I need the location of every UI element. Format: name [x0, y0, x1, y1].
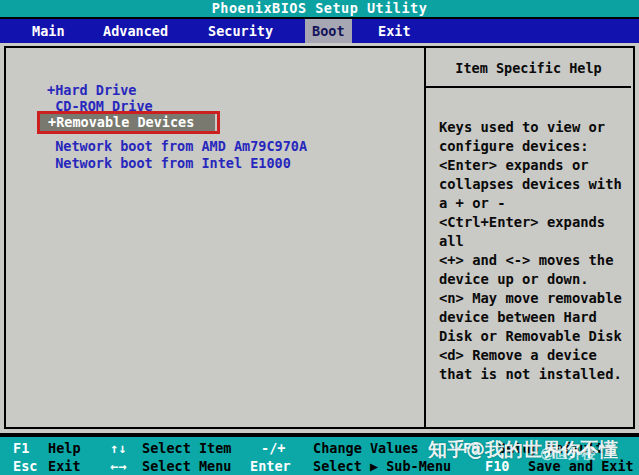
menu-bar: Main Advanced Security Boot Exit [0, 19, 639, 43]
help-line: <d> Remove a device [439, 346, 631, 365]
help-line: <Enter> expands or [439, 156, 631, 175]
bios-setup-screen: PhoenixBIOS Setup Utility Main Advanced … [0, 0, 639, 475]
key-leftright-icon: ←→ [110, 458, 126, 474]
help-panel-title: Item Specific Help [426, 48, 631, 88]
help-line: <n> May move removable [439, 289, 631, 308]
help-line: that is not installed. [439, 365, 631, 384]
key-f10-label: Save and Exit [528, 458, 634, 474]
page-title: PhoenixBIOS Setup Utility [212, 0, 428, 16]
key-f9: F9 [463, 440, 479, 456]
help-line: all [439, 232, 631, 251]
tab-advanced[interactable]: Advanced [103, 19, 168, 43]
key-leftright-label: Select Menu [142, 458, 231, 474]
help-line: <+> and <-> moves the [439, 251, 631, 270]
key-minusplus-label: Change Values [313, 440, 419, 456]
title-bar: PhoenixBIOS Setup Utility [0, 0, 639, 17]
key-f1: F1 [13, 440, 29, 456]
key-enter: Enter [250, 458, 291, 474]
key-updown-label: Select Item [142, 440, 231, 456]
tab-exit[interactable]: Exit [378, 19, 411, 43]
key-minusplus: -/+ [261, 440, 285, 456]
boot-item-removable-devices[interactable]: +Removable Devices [40, 114, 215, 131]
tab-main[interactable]: Main [32, 19, 65, 43]
help-panel-body: Keys used to view or configure devices: … [426, 88, 631, 384]
help-line: device between Hard [439, 308, 631, 327]
key-legend-bar: F1 Help ↑↓ Select Item -/+ Change Values… [0, 437, 639, 475]
key-f10: F10 [485, 458, 509, 474]
help-line: configure devices: [439, 137, 631, 156]
boot-item-hard-drive[interactable]: +Hard Drive [47, 82, 136, 98]
key-esc: Esc [13, 458, 37, 474]
help-line: device up or down. [439, 270, 631, 289]
help-line: a + or - [439, 194, 631, 213]
key-updown-icon: ↑↓ [110, 440, 126, 456]
tab-security[interactable]: Security [208, 19, 273, 43]
key-f9-label: Setup Defaults [498, 440, 612, 456]
key-enter-label: Select ▶ Sub-Menu [313, 458, 451, 474]
boot-item-cdrom-drive[interactable]: CD-ROM Drive [47, 98, 153, 114]
help-line: Keys used to view or [439, 118, 631, 137]
help-line: Disk or Removable Disk [439, 327, 631, 346]
help-line: <Ctrl+Enter> expands [439, 213, 631, 232]
boot-item-network-amd[interactable]: Network boot from AMD Am79C970A [47, 138, 307, 154]
key-esc-label: Exit [48, 458, 81, 474]
key-f1-label: Help [48, 440, 81, 456]
help-line: collapses devices with [439, 175, 631, 194]
boot-item-network-intel[interactable]: Network boot from Intel E1000 [47, 155, 291, 171]
help-panel: Item Specific Help Keys used to view or … [424, 48, 631, 427]
tab-boot[interactable]: Boot [305, 19, 352, 43]
main-panel: +Hard Drive CD-ROM Drive +Removable Devi… [4, 46, 635, 429]
